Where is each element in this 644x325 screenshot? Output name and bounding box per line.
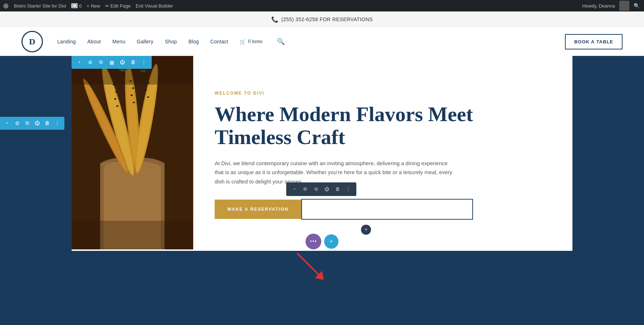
comment-icon: 💬 [71,3,78,8]
food-image [72,56,193,249]
hero-text-column: WELCOME TO DIVI Where Modern Flavors Mee… [193,56,572,251]
book-table-button[interactable]: BOOK A TABLE [565,34,623,49]
plus-icon: + [329,238,333,246]
content-area: + ⚙ ⧉ ▦ ⏻ 🗑 ⋮ [0,56,644,271]
nav-menu[interactable]: Menu [112,39,125,44]
site-logo[interactable]: D [21,31,43,52]
make-reservation-button[interactable]: MAKE A RESERVATION [215,200,301,219]
vb-settings-button[interactable]: ⚙ [12,118,22,128]
fab-dots-button[interactable]: ••• [306,234,321,249]
svg-line-28 [297,253,318,274]
section-toolbar: + ⚙ ⧉ ▦ ⏻ 🗑 ⋮ [72,56,152,69]
site-name[interactable]: Bistro Starter Site for Divi [14,3,66,9]
fab-plus-button[interactable]: + [324,234,338,249]
nav-gallery[interactable]: Gallery [137,39,153,44]
hero-section: WELCOME TO DIVI Where Modern Flavors Mee… [72,56,572,251]
section-delete-button[interactable]: 🗑 [128,57,138,67]
main-nav: D Landing About Menu Gallery Shop Blog C… [0,27,644,56]
pencil-icon: ✏ [105,3,109,9]
nav-links: Landing About Menu Gallery Shop Blog Con… [57,38,551,46]
phone-icon: 📞 [271,16,279,23]
vb-duplicate-button[interactable]: ⧉ [22,118,32,128]
el-duplicate-button[interactable]: ⧉ [311,185,321,194]
search-icon[interactable]: 🔍 [634,3,640,9]
red-arrow-annotation [293,249,329,287]
nav-shop[interactable]: Shop [165,39,177,44]
hero-description: At Divi, we blend contemporary cuisine w… [215,159,458,186]
el-settings-button[interactable]: ⚙ [301,185,310,194]
edit-page-button[interactable]: ✏ Edit Page [105,3,131,9]
bottom-fab-area: ••• + [306,234,338,249]
vb-row-toolbar: + ⚙ ⧉ ⏻ 🗑 ⋮ [0,117,64,130]
new-button[interactable]: + New [87,3,100,9]
cart-count: 0 items [248,39,263,44]
nav-contact[interactable]: Contact [210,39,228,44]
section-settings-button[interactable]: ⚙ [85,57,95,67]
exit-builder-button[interactable]: Exit Visual Builder [136,3,173,9]
user-avatar [619,1,629,11]
nav-about[interactable]: About [87,39,101,44]
section-columns-button[interactable]: ▦ [107,57,117,67]
el-add-button[interactable]: + [290,185,299,194]
cart-icon: 🛒 [240,39,246,45]
nav-search-icon[interactable]: 🔍 [277,38,285,46]
add-row-button[interactable]: + [361,225,371,235]
second-cta-button[interactable] [301,199,473,220]
cart-area[interactable]: 🛒 0 items [240,39,263,45]
plus-icon: + [87,3,89,9]
section-disable-button[interactable]: ⏻ [117,57,127,67]
hero-title: Where Modern Flavors Meet Timeless Craft [215,103,551,149]
top-bar: 📞 (255) 352-6258 FOR RESERVATIONS [0,11,644,27]
comment-bubble[interactable]: 💬 0 [71,3,82,9]
el-more-button[interactable]: ⋮ [343,185,353,194]
vb-more-button[interactable]: ⋮ [52,118,62,128]
comment-count: 0 [79,3,82,9]
hero-image-column [72,56,193,251]
el-delete-button[interactable]: 🗑 [333,185,342,194]
vb-disable-button[interactable]: ⏻ [32,118,42,128]
vb-add-button[interactable]: + [2,118,12,128]
wp-logo-icon[interactable]: ⊕ [3,1,9,10]
element-toolbar: + ⚙ ⧉ ⏻ 🗑 ⋮ [286,182,356,196]
nav-blog[interactable]: Blog [189,39,199,44]
el-disable-button[interactable]: ⏻ [322,185,331,194]
admin-bar: ⊕ Bistro Starter Site for Divi 💬 0 + New… [0,0,644,11]
svg-rect-27 [72,221,193,249]
section-add-button[interactable]: + [74,57,84,67]
cta-row: + ⚙ ⧉ ⏻ 🗑 ⋮ MAKE A RESERVATION + [215,199,551,220]
nav-landing[interactable]: Landing [57,39,76,44]
section-more-button[interactable]: ⋮ [139,57,149,67]
welcome-label: WELCOME TO DIVI [215,91,551,96]
phone-number: (255) 352-6258 FOR RESERVATIONS [281,16,373,22]
user-greeting: Howdy, Deanna [582,3,615,9]
section-duplicate-button[interactable]: ⧉ [96,57,106,67]
vb-delete-button[interactable]: 🗑 [42,118,52,128]
dots-icon: ••• [310,238,317,245]
svg-marker-29 [315,271,324,280]
